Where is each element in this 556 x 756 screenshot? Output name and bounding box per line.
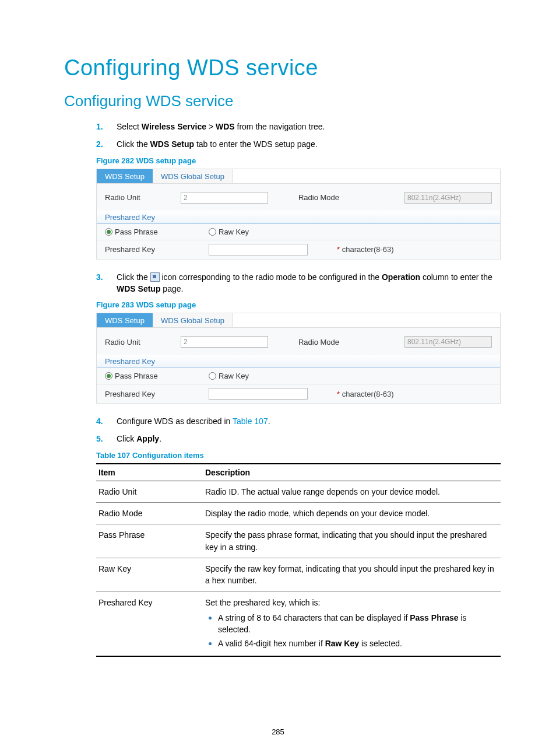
step-5: 5. Click Apply. <box>96 433 501 444</box>
config-table: Item Description Radio Unit Radio ID. Th… <box>96 463 501 657</box>
step-3: 3. Click the icon corresponding to the r… <box>96 271 501 295</box>
psk-hint: character(8-63) <box>342 245 394 254</box>
raw-key-radio[interactable] <box>209 372 216 380</box>
cell-item: Radio Mode <box>96 503 203 524</box>
button-name: Apply <box>136 434 159 443</box>
step-number: 5. <box>96 433 103 444</box>
preshared-key-section: Preshared Key <box>97 211 500 224</box>
raw-key-label: Raw Key <box>219 372 249 380</box>
wds-panel: WDS Setup WDS Global Setup Radio Unit Ra… <box>96 169 501 260</box>
list-item: A string of 8 to 64 characters that can … <box>218 611 498 636</box>
raw-key-radio[interactable] <box>209 228 216 236</box>
step-number: 1. <box>96 121 103 132</box>
psk-table: Pass Phrase Raw Key Preshared Key * char… <box>97 224 500 260</box>
radio-unit-input[interactable] <box>181 192 268 204</box>
step-2: 2. Click the WDS Setup tab to enter the … <box>96 138 501 150</box>
cell-item: Radio Unit <box>96 481 203 502</box>
tab-name: WDS Setup <box>150 139 194 149</box>
cell-desc: Specify the raw key format, indicating t… <box>203 558 501 592</box>
step-text: Click the <box>117 272 150 282</box>
col-description: Description <box>203 464 501 481</box>
table-row: Radio Mode Display the radio mode, which… <box>96 503 501 524</box>
table-link[interactable]: Table 107 <box>233 416 268 426</box>
step-text: . <box>159 434 161 443</box>
step-text: Click the <box>117 139 150 149</box>
pass-phrase-label: Pass Phrase <box>115 372 158 380</box>
step-text: page. <box>160 284 183 293</box>
tab-wds-setup[interactable]: WDS Setup <box>97 313 153 327</box>
step-text: icon corresponding to the radio mode to … <box>160 272 382 282</box>
cell-desc: Display the radio mode, which depends on… <box>203 503 501 524</box>
figure-caption: Figure 283 WDS setup page <box>96 300 501 309</box>
pass-phrase-label: Pass Phrase <box>115 228 158 236</box>
cell-item: Preshared Key <box>96 592 203 656</box>
step-text: > <box>206 122 216 131</box>
table-row: Radio Unit Radio ID. The actual value ra… <box>96 481 501 502</box>
psk-input[interactable] <box>209 244 308 256</box>
page-name: WDS Setup <box>117 284 160 293</box>
preshared-key-section: Preshared Key <box>97 355 500 368</box>
required-asterisk: * <box>337 245 340 254</box>
operation-icon <box>150 272 160 282</box>
radio-unit-label: Radio Unit <box>105 338 181 346</box>
cell-item: Pass Phrase <box>96 524 203 558</box>
page-title: Configuring WDS service <box>64 55 501 80</box>
step-text: Configure WDS as described in <box>117 416 233 426</box>
tab-bar: WDS Setup WDS Global Setup <box>97 313 500 328</box>
table-header-row: Item Description <box>96 464 501 481</box>
psk-hint: character(8-63) <box>342 390 394 398</box>
step-text: Select <box>117 122 142 131</box>
list-item: A valid 64-digit hex number if Raw Key i… <box>218 636 498 649</box>
radio-mode-label: Radio Mode <box>268 338 404 346</box>
step-text: column to enter the <box>420 272 492 282</box>
table-row: Preshared Key Set the preshared key, whi… <box>96 592 501 656</box>
raw-key-label: Raw Key <box>219 228 249 236</box>
table-caption: Table 107 Configuration items <box>96 451 501 460</box>
psk-list: A string of 8 to 64 characters that can … <box>205 611 498 650</box>
step-number: 4. <box>96 415 103 427</box>
cell-item: Raw Key <box>96 558 203 592</box>
column-name: Operation <box>382 272 420 282</box>
radio-unit-label: Radio Unit <box>105 193 181 202</box>
required-asterisk: * <box>337 390 340 398</box>
page-number: 285 <box>0 727 556 736</box>
tab-wds-global-setup[interactable]: WDS Global Setup <box>153 313 233 327</box>
step-text: . <box>268 416 270 426</box>
psk-intro: Set the preshared key, which is: <box>205 598 320 607</box>
radio-mode-input <box>404 336 492 348</box>
step-number: 2. <box>96 138 103 150</box>
tab-bar: WDS Setup WDS Global Setup <box>97 169 500 184</box>
nav-item: Wireless Service <box>142 122 206 131</box>
tab-wds-setup[interactable]: WDS Setup <box>97 169 153 183</box>
nav-item: WDS <box>216 122 235 131</box>
psk-input[interactable] <box>209 388 308 400</box>
table-row: Pass Phrase Specify the pass phrase form… <box>96 524 501 558</box>
section-title: Configuring WDS service <box>64 92 501 110</box>
cell-desc: Radio ID. The actual value range depends… <box>203 481 501 502</box>
radio-unit-input[interactable] <box>181 336 268 348</box>
col-item: Item <box>96 464 203 481</box>
psk-label: Preshared Key <box>105 245 155 254</box>
radio-mode-label: Radio Mode <box>268 193 404 202</box>
table-row: Raw Key Specify the raw key format, indi… <box>96 558 501 592</box>
figure-caption: Figure 282 WDS setup page <box>96 156 501 165</box>
tab-wds-global-setup[interactable]: WDS Global Setup <box>153 169 233 183</box>
step-number: 3. <box>96 271 103 283</box>
step-4: 4. Configure WDS as described in Table 1… <box>96 415 501 427</box>
pass-phrase-radio[interactable] <box>105 372 112 380</box>
step-1: 1. Select Wireless Service > WDS from th… <box>96 121 501 132</box>
cell-desc: Set the preshared key, which is: A strin… <box>203 592 501 656</box>
step-text: tab to enter the WDS setup page. <box>194 139 318 149</box>
step-text: from the navigation tree. <box>235 122 325 131</box>
step-text: Click <box>117 434 136 443</box>
pass-phrase-radio[interactable] <box>105 228 112 236</box>
wds-panel: WDS Setup WDS Global Setup Radio Unit Ra… <box>96 313 501 404</box>
radio-mode-input <box>404 192 492 204</box>
psk-table: Pass Phrase Raw Key Preshared Key * char… <box>97 368 500 404</box>
psk-label: Preshared Key <box>105 390 155 398</box>
cell-desc: Specify the pass phrase format, indicati… <box>203 524 501 558</box>
